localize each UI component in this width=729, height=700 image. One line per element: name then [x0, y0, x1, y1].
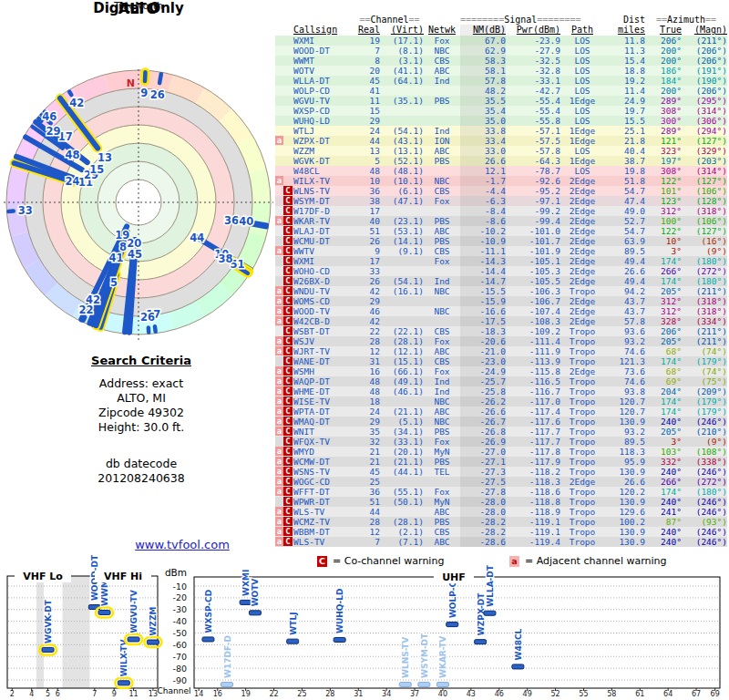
adjacent-channel-warning-icon: a: [275, 176, 283, 185]
radar-channel-label: 36: [224, 214, 239, 227]
channel-tick-label: 69: [711, 690, 720, 698]
radar-channel-label: 38: [218, 252, 232, 265]
co-channel-warning-icon: C: [283, 336, 293, 345]
co-channel-warning-icon: C: [283, 306, 293, 315]
co-channel-warning-icon: C: [283, 396, 293, 406]
radar-channel-label: 19: [115, 229, 129, 242]
table-row: aCWWTV9(9.1)CBS-11.1-101.92Edge89.53°(9°…: [275, 246, 727, 256]
co-channel-warning-icon: C: [283, 407, 293, 416]
channel-tick-label: 19: [241, 690, 251, 698]
table-row: aCW48CL48(48.1)12.1-78.7LOS19.8308°(314°…: [275, 166, 727, 176]
signal-bar-callsign: WKAR-TV: [438, 636, 447, 678]
table-row: aCWXMI17Fox-14.3-105.12Edge49.4174°(180°…: [275, 256, 727, 266]
search-height: Height: 30.0 ft.: [50, 420, 232, 435]
adjacent-channel-warning-icon: a: [275, 346, 283, 355]
adjacent-channel-warning-icon: a: [275, 457, 283, 466]
co-channel-warning-icon: C: [283, 507, 293, 516]
radar-spoke: [81, 316, 83, 320]
vhf-lo-band-label: VHF Lo: [15, 571, 71, 582]
radar-channel-label: 40: [239, 215, 253, 228]
radar-spoke: [145, 72, 146, 81]
channel-tick-label: 31: [354, 690, 363, 698]
table-row: aCWXMI19(17.1)Fox67.0-23.9LOS11.8206°(21…: [275, 36, 727, 46]
radar-channel-label: 42: [69, 97, 84, 109]
co-channel-warning-icon: C: [283, 366, 293, 376]
channel-tick-label: 61: [635, 690, 644, 698]
radar-channel-label: 22: [79, 304, 94, 316]
radar-channel-label: 26: [150, 88, 165, 101]
table-row: aCWHME-DT48(46.1)Ind-25.8-116.7Tropo93.8…: [275, 386, 727, 396]
co-channel-warning-icon: C: [283, 437, 293, 446]
co-channel-warning-icon: C: [283, 356, 293, 365]
radar-channel-label: 5: [110, 276, 118, 289]
db-datecode-value: 201208240638: [50, 471, 232, 486]
tvfool-link[interactable]: www.tvfool.com: [135, 538, 230, 551]
col-pwr: Pwr(dBm): [506, 25, 560, 36]
table-row: aCW42CB-D42-17.5-108.32Edge57.8328°(334°…: [275, 316, 727, 326]
adjacent-channel-warning-icon: a: [275, 296, 283, 305]
co-channel-warning-icon: C: [283, 517, 293, 526]
table-row: aCWPTA-DT24(21.1)ABC-26.6-117.4Tropo120.…: [275, 407, 727, 417]
adjacent-channel-warning-icon: a: [275, 316, 283, 325]
table-row: aCWLS-TV7(7.1)ABC-28.6-119.4Tropo130.924…: [275, 537, 727, 547]
table-row: aCWOMS-CD29-15.9-106.72Edge43.7312°(318°…: [275, 296, 727, 306]
radar-channel-label: 29: [46, 125, 61, 138]
vhf-hi-band-label: VHF Hi: [95, 571, 151, 582]
adjacent-channel-warning-icon: a: [275, 366, 283, 376]
table-row: aCWLAJ-DT51(53.1)ABC-10.2-101.02Edge54.7…: [275, 226, 727, 236]
co-channel-warning-icon: C: [283, 186, 293, 195]
co-channel-warning-icon: C: [283, 537, 293, 546]
table-row: aCWSMH16(66.1)Fox-24.9-115.82Edge73.668°…: [275, 366, 727, 376]
azimuth-group-header: ==Azimuth==: [645, 15, 727, 25]
table-row: aCWOHO-CD33-14.4-105.32Edge26.6266°(272°…: [275, 266, 727, 276]
signal-bar: [436, 683, 448, 687]
signal-bar: [98, 610, 110, 614]
adjacent-channel-warning-icon: a: [275, 246, 283, 255]
signal-bar: [42, 647, 54, 652]
radar-spoke: [155, 326, 156, 332]
search-zipcode: Zipcode 49302: [50, 406, 232, 420]
adjacent-channel-icon: a: [509, 556, 519, 567]
dbm-tick-label: -80: [172, 664, 187, 674]
channel-tick-label: 5: [46, 690, 50, 698]
co-channel-warning-icon: C: [283, 226, 293, 235]
dbm-tick-label: -40: [172, 616, 187, 626]
adjacent-channel-warning-icon: a: [275, 417, 283, 426]
co-channel-warning-icon: C: [283, 266, 293, 275]
uhf-band-label: UHF: [434, 571, 474, 583]
co-channel-warning-icon: C: [283, 246, 293, 255]
search-address: Address: exact: [50, 376, 232, 391]
co-channel-warning-icon: C: [283, 376, 293, 386]
signal-bar-callsign: WXMI: [241, 570, 251, 596]
co-channel-warning-icon: C: [283, 346, 293, 355]
radar-spoke: [69, 92, 71, 95]
channel-axis-label: Channel: [153, 686, 195, 695]
col-real: Real: [355, 25, 380, 36]
radar-channel-label: 45: [128, 248, 142, 261]
adjacent-channel-warning-icon: a: [275, 447, 283, 456]
table-row: aCWMYD21(20.1)MyN-27.0-117.8Tropo118.310…: [275, 447, 727, 457]
table-row: aCWGVU-TV11(35.1)PBS35.5-55.41Edge24.928…: [275, 96, 727, 106]
table-row: aCWFFT-DT36(55.1)Fox-27.8-118.6Tropo120.…: [275, 487, 727, 497]
signal-bar: [202, 637, 214, 642]
radar-channel-label: 26: [140, 311, 155, 324]
col-true: True: [645, 25, 682, 36]
table-row: aCWAQP-DT48(49.1)Ind-25.7-116.5Tropo74.6…: [275, 376, 727, 386]
channel-tick-label: 46: [495, 690, 504, 698]
co-channel-warning-icon: C: [283, 196, 293, 205]
adjacent-channel-warning-icon: a: [275, 216, 283, 225]
table-row: aCWOOD-TV46NBC-16.6-107.42Edge43.7312°(3…: [275, 306, 727, 316]
channel-tick-label: 4: [29, 690, 34, 698]
signal-bar: [512, 664, 524, 669]
signal-bar-callsign: WXSP-CD: [204, 590, 213, 633]
signal-group-header: ========Signal========: [460, 15, 560, 25]
channel-tick-label: 67: [692, 690, 701, 698]
col-netwk: Netwk: [424, 25, 460, 36]
radar-channel-label: 44: [190, 232, 204, 244]
co-channel-warning-icon: C: [283, 256, 293, 265]
col-magn: (Magn): [682, 25, 727, 36]
signal-bar-callsign: WZZM: [149, 607, 158, 636]
col-miles: miles: [604, 25, 645, 36]
channel-tick-label: 43: [467, 690, 476, 698]
table-row: aCWKAR-TV40(23.1)PBS-8.6-99.42Edge52.710…: [275, 216, 727, 226]
